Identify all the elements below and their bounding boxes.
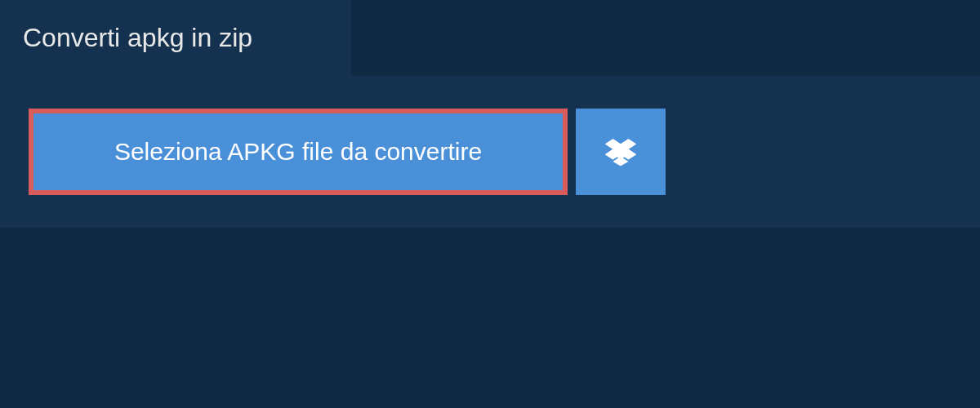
dropbox-button[interactable] bbox=[576, 109, 666, 195]
select-file-button[interactable]: Seleziona APKG file da convertire bbox=[29, 109, 568, 195]
select-file-label: Seleziona APKG file da convertire bbox=[114, 138, 482, 166]
main-panel: Seleziona APKG file da convertire bbox=[0, 76, 980, 228]
tab-convert[interactable]: Converti apkg in zip bbox=[0, 0, 351, 76]
tab-label: Converti apkg in zip bbox=[23, 23, 252, 52]
button-row: Seleziona APKG file da convertire bbox=[29, 109, 980, 195]
tab-container: Converti apkg in zip bbox=[0, 0, 980, 76]
dropbox-icon bbox=[605, 136, 636, 167]
